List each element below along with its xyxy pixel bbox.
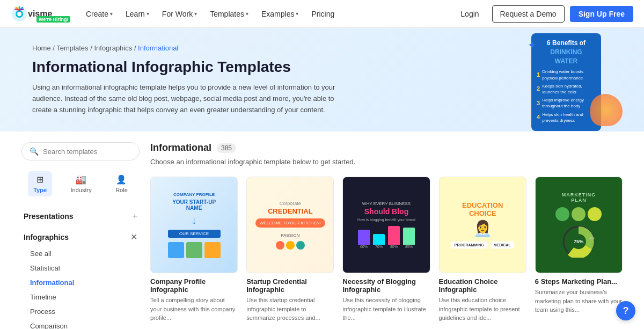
chevron-down-icon: ▾ — [194, 11, 197, 17]
nav-create[interactable]: Create ▾ — [80, 6, 118, 21]
request-demo-button[interactable]: Request a Demo — [492, 5, 565, 23]
presentations-title: Presentations — [24, 212, 74, 221]
template-desc-4: Use this education choice infographic te… — [439, 296, 526, 323]
template-name-1: Company Profile Infographic — [150, 277, 238, 294]
filter-type-label: Type — [33, 187, 47, 193]
svg-point-2 — [17, 12, 21, 16]
industry-icon: 🏭 — [76, 174, 86, 185]
help-button[interactable]: ? — [616, 301, 635, 320]
template-thumb-5: MARKETINGPLAN 75% — [535, 177, 623, 273]
sidebar-item-statistical[interactable]: Statistical — [26, 261, 140, 275]
template-thumb-4: EDUCATIONCHOICE 👩‍💼 PROGRAMMING MEDICAL — [439, 177, 526, 273]
breadcrumb: Home / Templates / Infographics / Inform… — [32, 44, 343, 52]
svg-text:45%: 45% — [589, 237, 595, 240]
sidebar-item-process[interactable]: Process — [26, 304, 140, 319]
breadcrumb-templates[interactable]: Templates — [56, 44, 88, 52]
template-card-education[interactable]: EDUCATIONCHOICE 👩‍💼 PROGRAMMING MEDICAL … — [439, 177, 526, 323]
template-card-company-profile[interactable]: COMPANY PROFILE YOUR START-UPNAME ↓ OUR … — [150, 177, 238, 323]
template-card-blogging[interactable]: WHY EVERY BUSINESS Should Blog How is bl… — [342, 177, 430, 323]
hero-content: Home / Templates / Infographics / Inform… — [32, 44, 343, 115]
content-subtitle: Choose an informational infographic temp… — [150, 158, 623, 166]
chevron-down-icon: ▾ — [147, 11, 149, 17]
filter-tab-type[interactable]: ⊞ Type — [28, 171, 52, 196]
nav-examples[interactable]: Examples ▾ — [256, 6, 304, 21]
hero-section: Home / Templates / Infographics / Inform… — [0, 28, 644, 131]
nav-actions: Login Request a Demo Sign Up Free — [453, 5, 633, 23]
filter-role-label: Role — [115, 187, 128, 193]
nav-templates[interactable]: Templates ▾ — [204, 6, 254, 21]
sidebar-item-informational[interactable]: Informational — [26, 275, 140, 290]
login-button[interactable]: Login — [453, 6, 486, 22]
sidebar-item-comparison[interactable]: Comparison — [26, 319, 140, 329]
template-name-5: 6 Steps Marketing Plan... — [535, 277, 623, 286]
decorative-dots: ✦ — [528, 39, 537, 52]
filter-tabs: ⊞ Type 🏭 Industry 👤 Role — [21, 171, 140, 196]
filter-tab-role[interactable]: 👤 Role — [110, 171, 133, 196]
sidebar-section-presentations: Presentations + — [21, 207, 140, 225]
sidebar-infographics-header[interactable]: Infographics ✕ — [21, 228, 140, 246]
sidebar-item-see-all[interactable]: See all — [26, 246, 140, 261]
sidebar-presentations-header[interactable]: Presentations + — [21, 207, 140, 225]
content-area: Informational 385 Choose an informationa… — [150, 142, 623, 329]
breadcrumb-home[interactable]: Home — [32, 44, 51, 52]
template-thumb-1: COMPANY PROFILE YOUR START-UPNAME ↓ OUR … — [150, 177, 238, 273]
nav-for-work[interactable]: For Work ▾ — [157, 6, 202, 21]
hiring-badge: We're Hiring! — [36, 16, 70, 23]
content-header: Informational 385 — [150, 142, 623, 153]
template-desc-5: Summarize your business's marketing plan… — [535, 288, 623, 315]
page-title: Informational Infographic Templates — [32, 59, 343, 76]
nav-pricing[interactable]: Pricing — [306, 6, 340, 21]
templates-grid: COMPANY PROFILE YOUR START-UPNAME ↓ OUR … — [150, 177, 623, 323]
expand-icon: + — [133, 211, 137, 221]
template-name-3: Necessity of Blogging Infographic — [342, 277, 430, 294]
content-title: Informational — [150, 142, 211, 153]
search-input[interactable] — [43, 148, 131, 156]
sidebar-section-infographics: Infographics ✕ See all Statistical Infor… — [21, 228, 140, 329]
template-card-marketing-plan[interactable]: MARKETINGPLAN 75% — [535, 177, 623, 323]
breadcrumb-infographics[interactable]: Infographics — [94, 44, 132, 52]
role-icon: 👤 — [116, 174, 127, 185]
search-icon: 🔍 — [30, 147, 39, 156]
sidebar-item-timeline[interactable]: Timeline — [26, 290, 140, 304]
sidebar: 🔍 ⊞ Type 🏭 Industry 👤 Role Presentations… — [21, 142, 140, 329]
nav-learn[interactable]: Learn ▾ — [120, 6, 155, 21]
template-thumb-2: Corporate CREDENTIAL WELCOME TO OUR KITC… — [246, 177, 334, 273]
chevron-down-icon: ▾ — [246, 11, 248, 17]
infographics-title: Infographics — [24, 233, 69, 242]
template-name-2: Startup Credential Infographic — [246, 277, 334, 294]
svg-text:75%: 75% — [574, 239, 583, 244]
signup-button[interactable]: Sign Up Free — [570, 6, 633, 22]
search-box[interactable]: 🔍 — [21, 142, 140, 160]
decorative-blob — [590, 94, 623, 126]
navbar: visme We're Hiring! Create ▾ Learn ▾ For… — [0, 0, 644, 28]
main-layout: 🔍 ⊞ Type 🏭 Industry 👤 Role Presentations… — [0, 131, 644, 329]
nav-links: Create ▾ Learn ▾ For Work ▾ Templates ▾ … — [80, 6, 453, 21]
template-card-startup-credential[interactable]: Corporate CREDENTIAL WELCOME TO OUR KITC… — [246, 177, 334, 323]
template-desc-2: Use this startup credential infographic … — [246, 296, 334, 323]
infographics-items: See all Statistical Informational Timeli… — [21, 246, 140, 329]
hero-description: Using an informational infographic templ… — [32, 82, 343, 115]
chevron-down-icon: ▾ — [110, 11, 113, 17]
filter-tab-industry[interactable]: 🏭 Industry — [65, 171, 97, 196]
filter-industry-label: Industry — [71, 187, 92, 193]
type-icon: ⊞ — [36, 174, 43, 185]
collapse-icon: ✕ — [130, 232, 137, 242]
template-desc-1: Tell a compelling story about your busin… — [150, 296, 238, 323]
template-desc-3: Use this necessity of blogging infograph… — [342, 296, 430, 323]
logo[interactable]: visme We're Hiring! — [11, 5, 70, 23]
template-name-4: Education Choice Infographic — [439, 277, 526, 294]
template-thumb-3: WHY EVERY BUSINESS Should Blog How is bl… — [342, 177, 430, 273]
chevron-down-icon: ▾ — [296, 11, 298, 17]
breadcrumb-current: Informational — [138, 44, 178, 52]
template-count-badge: 385 — [217, 143, 236, 153]
